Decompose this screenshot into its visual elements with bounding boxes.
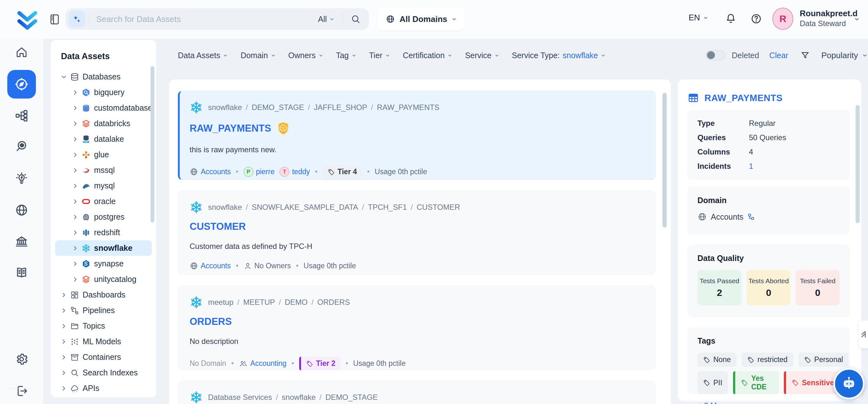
caret-right-icon[interactable] [72,182,80,190]
sidebar-item-mssql[interactable]: mssql [55,163,152,178]
caret-right-icon[interactable] [72,229,80,236]
sidebar-item-topics[interactable]: Topics [55,318,152,334]
breadcrumb-part[interactable]: JAFFLE_SHOP [314,103,367,112]
card-team-link[interactable]: Accounting [239,359,286,368]
sidebar-item-ml-models[interactable]: ML Models [55,334,152,349]
breadcrumb-part[interactable]: ORDERS [317,298,350,307]
card-owner-pierre[interactable]: Ppierre [244,167,275,177]
rail-explore-compass-icon[interactable] [7,70,36,98]
sidebar-item-unitycatalog[interactable]: unitycatalog [55,271,152,287]
sidebar-item-databricks[interactable]: databricks [55,116,152,131]
result-card-customer[interactable]: snowflake/SNOWFLAKE_SAMPLE_DATA/TPCH_SF1… [178,191,655,275]
caret-right-icon[interactable] [60,385,69,392]
ai-sparkles-icon[interactable] [69,11,85,27]
user-menu[interactable]: Rounakpreet.d Data Steward [800,8,858,28]
sidebar-item-synapse[interactable]: synapse [55,256,152,271]
sidebar-item-search-indexes[interactable]: Search Indexes [55,365,152,380]
filter-dropdown-certification[interactable]: Certification [403,51,452,60]
tag-chip-restricted[interactable]: restricted [742,352,793,367]
tier-chip[interactable]: Tier 4 [323,165,362,179]
sidebar-item-containers[interactable]: Containers [55,349,152,365]
caret-right-icon[interactable] [72,136,80,143]
caret-right-icon[interactable] [72,167,80,174]
caret-right-icon[interactable] [72,245,80,252]
filter-dropdown-service-type[interactable]: Service Type:snowflake [512,51,606,60]
sidebar-item-databases[interactable]: Databases [55,69,152,85]
breadcrumb-part[interactable]: CUSTOMER [417,203,460,212]
tag-chip-none[interactable]: None [698,352,737,367]
caret-right-icon[interactable] [60,291,69,298]
rail-governance-icon[interactable] [14,235,29,249]
filter-dropdown-tier[interactable]: Tier [369,51,390,60]
breadcrumb-part[interactable]: snowflake [208,203,242,212]
rail-lineage-icon[interactable] [14,109,29,123]
breadcrumb-part[interactable]: TPCH_SF1 [368,203,407,212]
sidebar-scrollbar[interactable] [151,66,154,223]
tag-chip-yes-cde[interactable]: Yes CDE [733,371,779,394]
filter-dropdown-owners[interactable]: Owners [288,51,323,60]
global-search-bar[interactable]: Search for Data Assets All [65,8,369,30]
notifications-bell-icon[interactable] [725,12,737,25]
chevron-down-icon[interactable] [854,16,860,22]
result-card-orders[interactable]: meetup/MEETUP/DEMO/ORDERSORDERSNo descri… [178,286,655,370]
breadcrumb-part[interactable]: DEMO_STAGE [326,393,378,402]
all-domains-button[interactable]: All Domains [377,8,465,30]
sidebar-item-redshift[interactable]: redshift [55,225,152,240]
caret-right-icon[interactable] [72,198,80,205]
caret-right-icon[interactable] [60,354,69,361]
filter-dropdown-data-assets[interactable]: Data Assets [178,51,228,60]
search-scope-dropdown[interactable]: All [318,15,335,24]
sidebar-item-mysql[interactable]: mysql [55,178,152,194]
rail-settings-gear-icon[interactable] [14,352,29,366]
rail-domains-globe-icon[interactable] [14,203,29,217]
breadcrumb-part[interactable]: DEMO_STAGE [252,103,304,112]
deleted-toggle[interactable] [706,50,725,60]
filter-dropdown-domain[interactable]: Domain [241,51,275,60]
chat-assistant-button[interactable] [833,368,865,399]
card-domain-link[interactable]: Accounts [190,168,231,176]
filter-funnel-icon[interactable] [800,51,810,60]
sidebar-item-oracle[interactable]: oracle [55,194,152,209]
details-scrollbar[interactable] [856,105,860,223]
tag-chip-personal[interactable]: Personal [799,352,849,367]
sidebar-item-glue[interactable]: glue [55,147,152,163]
card-domain-link[interactable]: Accounts [190,262,231,270]
caret-down-icon[interactable] [60,74,69,80]
search-icon[interactable] [351,14,361,24]
help-icon[interactable] [750,13,762,25]
card-owner-teddy[interactable]: Tteddy [279,167,310,177]
sidebar-item-snowflake[interactable]: snowflake [55,240,152,256]
breadcrumb-part[interactable]: DEMO [285,298,307,307]
caret-right-icon[interactable] [60,369,69,376]
breadcrumb-part[interactable]: snowflake [208,103,242,112]
results-scrollbar[interactable] [662,93,666,228]
rail-glossary-icon[interactable] [14,266,29,280]
caret-right-icon[interactable] [60,323,69,329]
caret-right-icon[interactable] [60,307,69,314]
sidebar-collapse-icon[interactable] [48,13,61,26]
filter-dropdown-service[interactable]: Service [465,51,499,60]
collate-logo-icon[interactable] [17,8,38,30]
clear-filters-link[interactable]: Clear [769,51,788,60]
result-card-database-services-snowflake-demo-stage[interactable]: Database Services/snowflake/DEMO_STAGE [178,381,655,404]
rail-observability-icon[interactable] [14,139,29,153]
tag-chip-sensitive[interactable]: Sensitive [784,371,840,394]
filter-dropdown-tag[interactable]: Tag [336,51,356,60]
sort-by-dropdown[interactable]: Popularity [821,51,868,60]
hierarchy-link-icon[interactable] [747,213,755,221]
info-value[interactable]: 1 [749,162,753,171]
caret-right-icon[interactable] [72,260,80,267]
sidebar-item-dashboards[interactable]: Dashboards [55,287,152,302]
caret-right-icon[interactable] [72,151,80,158]
caret-right-icon[interactable] [72,89,80,96]
sidebar-item-pipelines[interactable]: Pipelines [55,302,152,318]
rail-home-icon[interactable] [15,46,28,59]
collapsed-panel-tab[interactable] [859,320,868,348]
caret-right-icon[interactable] [72,105,80,112]
tier-chip[interactable]: Tier 2 [299,357,340,370]
search-input[interactable]: Search for Data Assets [96,14,318,24]
user-avatar[interactable]: R [772,8,793,30]
rail-logout-icon[interactable] [14,384,29,398]
breadcrumb-part[interactable]: RAW_PAYMENTS [377,103,439,112]
sidebar-item-apis[interactable]: APIs [55,380,152,396]
